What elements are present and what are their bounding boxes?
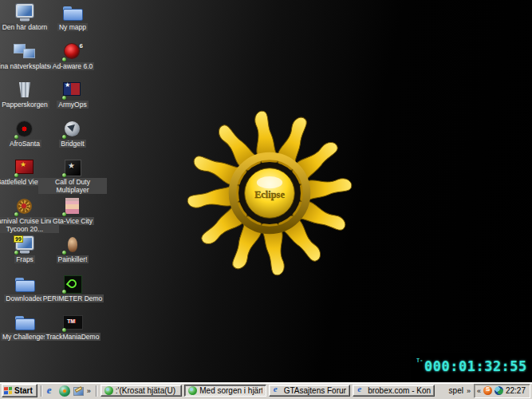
desktop[interactable]: Den här datornNy mappMina nätverksplatse… [0, 0, 532, 399]
desktop-icon-label: Call of Duty Multiplayer [38, 178, 107, 194]
shortcut-dot-icon [62, 328, 66, 332]
battlefield-icon [14, 158, 36, 177]
shortcut-dot-icon [62, 290, 66, 294]
shortcut-dot-icon [14, 173, 18, 177]
msn-messenger-icon [188, 386, 197, 395]
cod-icon [61, 158, 84, 177]
trackmania-icon: TM [61, 313, 84, 332]
shortcut-dot-icon [62, 135, 66, 139]
painkiller-icon [61, 235, 84, 255]
desktop-icon-adaware[interactable]: 6Ad-aware 6.0 [38, 42, 107, 70]
toolbar-chevron-icon[interactable]: » [465, 387, 472, 395]
icon-badge: 99 [14, 235, 23, 243]
taskbar-button-label: GTAsajtens Forum ... [284, 386, 346, 395]
shortcut-dot-icon [62, 173, 66, 177]
shortcut-dot-icon [62, 212, 66, 216]
sun-label: Eclipse [254, 189, 285, 200]
shortcut-dot-icon [14, 135, 18, 139]
folder-icon [61, 3, 84, 22]
taskbar-button[interactable]: :'(Krosat hjäta(U) - ... [100, 385, 182, 397]
desktop-icon-label: Gta-Vice City [51, 217, 94, 225]
taskbar: Start » :'(Krosat hjäta(U) - ...Med sorg… [0, 382, 532, 399]
system-tray: « 22:27 [474, 384, 530, 398]
afrosanta-icon [14, 120, 36, 139]
adaware-icon: 6 [61, 42, 84, 61]
desktop-icon-armyops[interactable]: ArmyOps [38, 81, 107, 109]
msn-messenger-icon [104, 386, 113, 395]
timer-reflection: 000:01:32:55 [424, 362, 527, 374]
folder-icon [14, 313, 36, 332]
network-icon [14, 42, 36, 61]
show-desktop-icon[interactable] [73, 385, 84, 397]
windows-flag-icon [4, 387, 12, 395]
quick-launch-chevron-icon[interactable]: » [85, 387, 93, 395]
desktop-icon-label: PERIMETER Demo [41, 294, 104, 302]
desktop-icon-perimeter[interactable]: PERIMETER Demo [38, 275, 107, 302]
eclipse-sun-logo: Eclipse [179, 102, 361, 284]
quick-launch-bar [45, 385, 84, 397]
taskbar-button-label: :'(Krosat hjäta(U) - ... [116, 386, 178, 395]
shortcut-dot-icon [14, 212, 18, 216]
tray-clock[interactable]: 22:27 [506, 386, 526, 395]
taskbar-button[interactable]: brobex.com - Kontr... [353, 385, 434, 397]
internet-explorer-icon[interactable] [45, 385, 57, 397]
tray-icons [483, 386, 503, 395]
desktop-icon-label: Ny mapp [57, 23, 88, 31]
desktop-icon-label: Painkiller! [57, 255, 89, 263]
perimeter-icon [61, 275, 84, 294]
start-button-label: Start [14, 386, 33, 395]
shortcut-dot-icon [14, 251, 18, 255]
toolbar-spel-label: spel [449, 386, 463, 395]
media-player-icon[interactable] [59, 385, 70, 397]
desktop-icon-cod[interactable]: Call of Duty Multiplayer [38, 158, 107, 194]
taskbar-divider [96, 385, 97, 397]
icon-badge: 6 [80, 42, 83, 49]
desktop-icon-gta[interactable]: Gta-Vice City [38, 197, 107, 225]
timer-prefix: T- [416, 358, 423, 364]
taskbar-divider [41, 385, 42, 397]
taskbar-button[interactable]: Med sorgen i hjärta... [184, 385, 266, 397]
shortcut-dot-icon [62, 251, 66, 255]
desktop-icon-label: Fraps [14, 255, 35, 263]
tray-chevron-icon[interactable]: « [477, 387, 481, 395]
orange-s-icon[interactable] [483, 386, 492, 395]
desktop-icon-label: AfroSanta [8, 140, 41, 148]
internet-explorer-icon [357, 386, 365, 395]
bridgeit-icon [61, 120, 84, 139]
start-button[interactable]: Start [2, 384, 37, 397]
fraps-icon: 99 [14, 235, 36, 255]
carnival-icon [14, 197, 36, 216]
taskbar-buttons: :'(Krosat hjäta(U) - ...Med sorgen i hjä… [100, 385, 435, 397]
sun-core-highlight [257, 176, 282, 188]
desktop-icon-label: TrackManiaDemo [45, 333, 101, 341]
desktop-icon-folder[interactable]: Ny mapp [38, 3, 107, 31]
internet-explorer-icon [273, 386, 282, 395]
taskbar-toolbar-spel[interactable]: spel » [449, 386, 472, 395]
desktop-icon-label: ArmyOps [57, 101, 88, 109]
icon-badge: TM [67, 318, 75, 324]
armyops-icon [61, 81, 84, 100]
desktop-icon-label: Ad-aware 6.0 [51, 62, 95, 70]
desktop-icon-label: BridgeIt [59, 140, 85, 148]
shortcut-dot-icon [62, 57, 66, 61]
globe-icon[interactable] [495, 386, 503, 395]
recycle-icon [14, 81, 36, 100]
taskbar-button[interactable]: GTAsajtens Forum ... [269, 385, 350, 397]
folder-icon [14, 275, 36, 294]
desktop-icon-painkiller[interactable]: Painkiller! [38, 235, 107, 263]
countdown-timer: T- 000:01:32:55 000:01:32:55 [411, 353, 532, 382]
computer-icon [14, 3, 36, 22]
taskbar-button-label: Med sorgen i hjärta... [199, 386, 262, 395]
gta-icon [61, 197, 84, 216]
desktop-icon-bridgeit[interactable]: BridgeIt [38, 120, 107, 148]
desktop-icon-trackmania[interactable]: TMTrackManiaDemo [38, 313, 107, 341]
taskbar-button-label: brobex.com - Kontr... [368, 386, 430, 395]
shortcut-dot-icon [62, 96, 66, 100]
